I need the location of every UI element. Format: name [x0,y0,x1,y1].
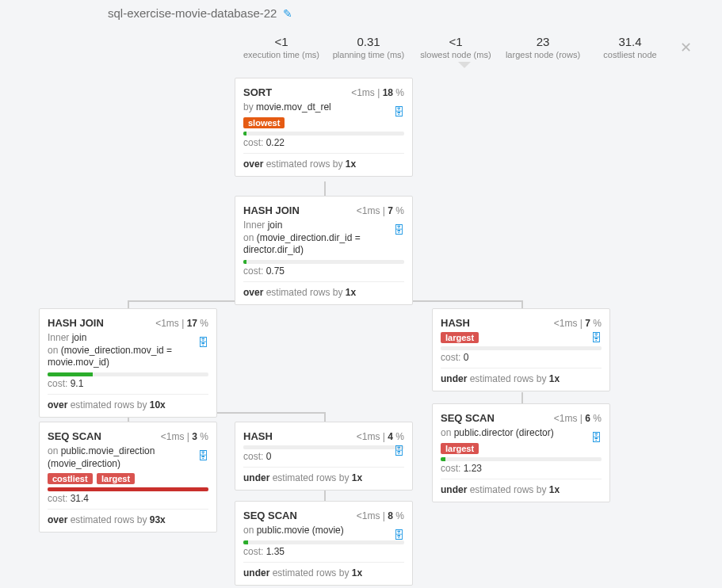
node-hashjoin-1[interactable]: HASH JOIN <1ms | 7 % Inner joinon (movie… [235,196,413,305]
node-sub: on public.movie (movie) [243,525,394,537]
cost: cost: 0.22 [243,137,404,154]
node-seqscan-director[interactable]: SEQ SCAN <1ms | 6 % on public.director (… [432,403,610,502]
cost-bar [48,372,208,376]
cost: cost: 0.75 [243,265,404,282]
connector [324,490,326,501]
estimate: under estimated rows by 1x [243,567,404,578]
node-title: HASH JOIN [48,317,104,329]
tag-largest: largest [441,332,479,343]
node-meta: <1ms | 3 % [161,431,208,442]
cost-bar [441,457,602,461]
estimate: over estimated rows by 1x [243,158,404,170]
node-meta: <1ms | 6 % [554,413,602,424]
database-icon[interactable]: 🗄 [197,449,208,462]
tag-largest: largest [97,473,135,484]
cost: cost: 9.1 [48,378,208,395]
database-icon[interactable]: 🗄 [393,223,404,236]
cost: cost: 1.35 [243,546,404,563]
connector [324,181,326,196]
node-title: SEQ SCAN [441,412,495,424]
node-hash-left[interactable]: HASH <1ms | 4 % 🗄 cost: 0 under estimate… [235,422,413,491]
node-sub: Inner joinon (movie_direction.dir_id = d… [243,220,394,257]
node-sub: by movie.mov_dt_rel [243,101,394,114]
cost-bar [243,540,404,544]
connector [521,392,523,403]
connector [521,300,523,308]
node-title: HASH JOIN [243,204,300,216]
estimate: under estimated rows by 1x [441,373,602,384]
cost: cost: 31.4 [48,493,208,510]
node-meta: <1ms | 7 % [554,318,602,329]
cost: cost: 0 [243,451,404,468]
tag-largest: largest [441,443,479,454]
cost-bar [243,260,404,264]
node-meta: <1ms | 7 % [357,205,404,216]
node-seqscan-movie[interactable]: SEQ SCAN <1ms | 8 % on public.movie (mov… [235,501,413,586]
node-meta: <1ms | 8 % [357,510,404,521]
node-title: SEQ SCAN [243,510,297,521]
node-sub: Inner joinon (movie_direction.mov_id = m… [48,332,198,369]
plan-canvas: SORT <1ms | 18 % by movie.mov_dt_rel 🗄 s… [0,0,722,588]
estimate: over estimated rows by 10x [48,399,208,410]
node-seqscan-moviedirection[interactable]: SEQ SCAN <1ms | 3 % on public.movie_dire… [39,422,217,533]
database-icon[interactable]: 🗄 [393,105,404,118]
database-icon[interactable]: 🗄 [393,529,404,541]
database-icon[interactable]: 🗄 [590,431,602,444]
cost-bar [243,132,404,136]
connector [128,300,129,308]
connector [324,412,326,422]
node-title: SEQ SCAN [48,430,101,442]
node-title: SORT [243,86,272,98]
database-icon[interactable]: 🗄 [393,445,404,457]
cost: cost: 1.23 [441,463,602,479]
cost-bar [441,346,602,350]
cost-bar [48,487,208,491]
node-title: HASH [441,317,470,329]
estimate: under estimated rows by 1x [243,472,404,483]
node-sub: on public.director (director) [441,427,591,440]
database-icon[interactable]: 🗄 [590,331,602,344]
estimate: under estimated rows by 1x [441,484,602,495]
tag-slowest: slowest [243,117,285,128]
node-hash-right[interactable]: HASH <1ms | 7 % 🗄 largest cost: 0 under … [432,308,610,391]
cost: cost: 0 [441,352,602,368]
estimate: over estimated rows by 1x [243,287,404,298]
cost-bar [243,445,404,449]
node-hashjoin-2[interactable]: HASH JOIN <1ms | 17 % Inner joinon (movi… [39,308,217,418]
node-sub: on public.movie_direction (movie_directi… [48,445,198,470]
node-meta: <1ms | 18 % [351,87,404,98]
node-title: HASH [243,430,273,442]
estimate: over estimated rows by 93x [48,514,208,525]
node-sort[interactable]: SORT <1ms | 18 % by movie.mov_dt_rel 🗄 s… [235,78,413,177]
node-meta: <1ms | 17 % [155,318,208,329]
node-meta: <1ms | 4 % [357,431,404,442]
tag-costliest: costliest [48,473,93,484]
database-icon[interactable]: 🗄 [197,336,208,349]
